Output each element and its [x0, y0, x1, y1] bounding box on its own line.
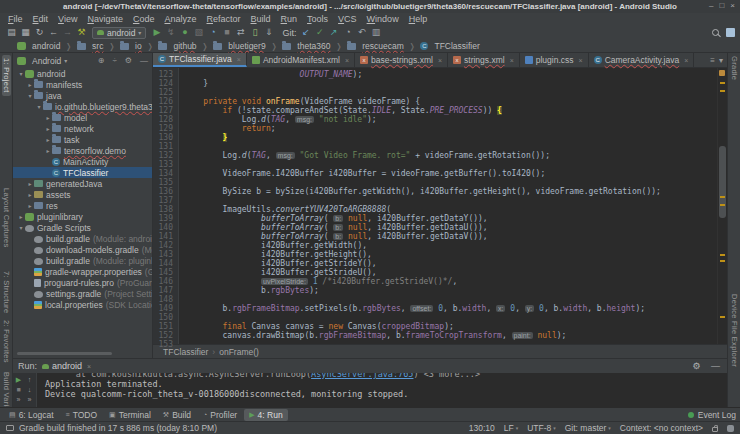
tree-item-network[interactable]: ▸network	[13, 123, 152, 134]
warning-stripe-mark[interactable]	[720, 316, 725, 318]
close-icon[interactable]: ×	[237, 56, 241, 63]
build-hammer-icon[interactable]: ⚒	[75, 26, 88, 39]
scroll-down-button[interactable]: ↓	[24, 385, 35, 395]
project-view-selector[interactable]: Android	[32, 56, 61, 66]
tree-item-pluginlibrary[interactable]: ▸pluginlibrary	[13, 211, 152, 222]
tree-right-arrow-icon[interactable]: ▸	[26, 202, 34, 209]
tool-window-button-6-logcat[interactable]: ▤6: Logcat	[4, 409, 59, 421]
breadcrumb-item-github[interactable]: github	[155, 41, 199, 51]
warning-stripe-mark[interactable]	[720, 254, 725, 256]
error-stripe-scrollbar[interactable]	[717, 68, 727, 344]
menu-item-refactor[interactable]: Refactor	[202, 14, 246, 24]
breadcrumb-item-android[interactable]: android	[14, 41, 63, 51]
breadcrumb-item-rescuecam[interactable]: rescuecam	[344, 41, 407, 51]
code-line[interactable]: b.rgbFrameBitmap.setPixels(b.rgbBytes, o…	[184, 304, 717, 313]
code-line[interactable]: OUTPUT_NAME);	[184, 70, 717, 79]
status-caret-position[interactable]: 130:10	[469, 423, 495, 433]
code-line[interactable]: i420Buffer.getWidth(),	[184, 241, 717, 250]
sync-icon[interactable]: ↻	[33, 26, 46, 39]
code-line[interactable]: private void onFrame(VideoFrame videoFra…	[184, 97, 717, 106]
open-folder-icon[interactable]: ▤	[5, 26, 18, 39]
code-line[interactable]	[184, 178, 717, 187]
locate-file-icon[interactable]: ⊕	[98, 56, 105, 65]
menu-item-edit[interactable]: Edit	[28, 14, 54, 24]
close-icon[interactable]: ×	[579, 57, 583, 64]
tree-item-tfclassifier[interactable]: CTFClassifier	[13, 167, 152, 178]
run-tab-android[interactable]: android ×	[42, 361, 91, 371]
save-all-icon[interactable]: ▦	[19, 26, 32, 39]
code-line[interactable]: i420Buffer.getHeight(),	[184, 250, 717, 259]
code-line[interactable]	[184, 88, 717, 97]
scroll-up-button[interactable]: ↑	[24, 375, 35, 385]
code-editor[interactable]: OUTPUT_NAME); } private void onFrame(Vid…	[179, 68, 717, 344]
menu-item-run[interactable]: Run	[276, 14, 303, 24]
tab-base-strings-xml[interactable]: xbase-strings.xml×	[355, 53, 448, 67]
tab-androidmanifest-xml[interactable]: AndroidManifest.xml×	[247, 53, 355, 67]
minimize-button[interactable]: –	[709, 1, 713, 10]
code-line[interactable]: }	[184, 79, 717, 88]
tree-right-arrow-icon[interactable]: ▸	[44, 136, 52, 143]
close-icon[interactable]: ×	[345, 57, 349, 64]
tree-item-gradle-scripts[interactable]: ▾Gradle Scripts	[13, 222, 152, 233]
git-history-icon[interactable]: ◔	[341, 26, 354, 39]
tree-down-arrow-icon[interactable]: ▾	[17, 70, 25, 77]
coverage-icon[interactable]: ▧	[192, 26, 205, 39]
tree-item-download-models-gradle[interactable]: download-models.gradle(Module: android)	[13, 244, 152, 255]
tool-window-button-device-file-explorer[interactable]: Device File Explorer	[730, 294, 739, 367]
code-line[interactable]: bufferToArray( b: null, i420Buffer.getDa…	[184, 214, 717, 223]
code-line[interactable]: b.rgbBytes);	[184, 286, 717, 295]
menu-item-view[interactable]: View	[53, 14, 82, 24]
breadcrumb-item-src[interactable]: src	[74, 41, 106, 51]
code-line[interactable]	[184, 160, 717, 169]
warning-stripe-mark[interactable]	[720, 260, 725, 262]
close-icon[interactable]: ×	[684, 57, 688, 64]
tree-down-arrow-icon[interactable]: ▾	[35, 103, 43, 110]
close-icon[interactable]: ×	[87, 363, 91, 370]
tool-window-button-terminal[interactable]: ▣Terminal	[104, 409, 156, 421]
tool-window-button-2-favorites[interactable]: 2: Favorites	[2, 320, 11, 363]
tree-item-proguard-rules-pro[interactable]: proguard-rules.pro(ProGuard Rules for an…	[13, 277, 152, 288]
close-icon[interactable]: ×	[510, 57, 514, 64]
tree-item-build-gradle[interactable]: build.gradle(Module: pluginlibrary)	[13, 255, 152, 266]
tree-down-arrow-icon[interactable]: ▾	[17, 224, 25, 231]
tree-item-tensorflow-demo[interactable]: ▸tensorflow.demo	[13, 145, 152, 156]
tab-cameraactivity-java[interactable]: CCameraActivity.java×	[589, 53, 695, 67]
search-everywhere-icon[interactable]	[712, 29, 719, 36]
git-update-icon[interactable]: ↙	[299, 26, 312, 39]
tool-window-button-7-structure[interactable]: 7: Structure	[2, 271, 11, 313]
tree-item-java[interactable]: ▾java	[13, 90, 152, 101]
tree-item-local-properties[interactable]: local.properties(SDK Location)	[13, 299, 152, 310]
tool-window-button-profiler[interactable]: ◔Profiler	[198, 409, 242, 421]
run-icon[interactable]: ▶	[150, 26, 163, 39]
lock-icon[interactable]	[712, 427, 718, 432]
code-line[interactable]: Log.d(TAG, msg: "Got Video Frame. rot=" …	[184, 151, 717, 160]
view-settings-icon[interactable]: ⚙	[125, 56, 132, 65]
tab-tfclassifier-java[interactable]: CTFClassifier.java×	[153, 53, 247, 67]
apply-changes-icon[interactable]: ↯	[164, 26, 177, 39]
code-line[interactable]: bufferToArray( b: null, i420Buffer.getDa…	[184, 223, 717, 232]
menu-item-vcs[interactable]: VCS	[333, 14, 362, 24]
tree-item-generatedjava[interactable]: ▸generatedJava	[13, 178, 152, 189]
settings-icon[interactable]: ⚙	[690, 360, 703, 373]
tree-item-settings-gradle[interactable]: settings.gradle(Project Settings)	[13, 288, 152, 299]
tree-right-arrow-icon[interactable]: ▸	[17, 213, 25, 220]
code-line[interactable]	[184, 313, 717, 322]
collapse-all-icon[interactable]: ÷	[112, 56, 116, 65]
menu-item-file[interactable]: File	[3, 14, 28, 24]
git-shelf-icon[interactable]: ▥	[369, 26, 382, 39]
tree-down-arrow-icon[interactable]: ▾	[26, 92, 34, 99]
code-line[interactable]: bufferToArray( b: null, i420Buffer.getDa…	[184, 232, 717, 241]
git-push-icon[interactable]: ↗	[327, 26, 340, 39]
run-configuration-selector[interactable]: android▾	[92, 27, 146, 39]
code-line[interactable]	[184, 295, 717, 304]
tree-right-arrow-icon[interactable]: ▸	[26, 81, 34, 88]
code-line[interactable]	[184, 340, 717, 344]
editor-breadcrumb-onframe[interactable]: onFrame()	[219, 347, 259, 357]
console-output[interactable]: at com.koushikdutta.async.AsyncServer.ru…	[37, 373, 727, 407]
code-line[interactable]: uvPixelStride: 1 /*i420Buffer.getStrideV…	[184, 277, 717, 286]
code-line[interactable]: }	[184, 133, 717, 142]
profile-icon[interactable]: ◔	[206, 26, 219, 39]
close-button[interactable]: ×	[730, 1, 735, 10]
tool-window-button-todo[interactable]: ≡TODO	[61, 409, 103, 421]
back-icon[interactable]: ←	[47, 26, 60, 39]
